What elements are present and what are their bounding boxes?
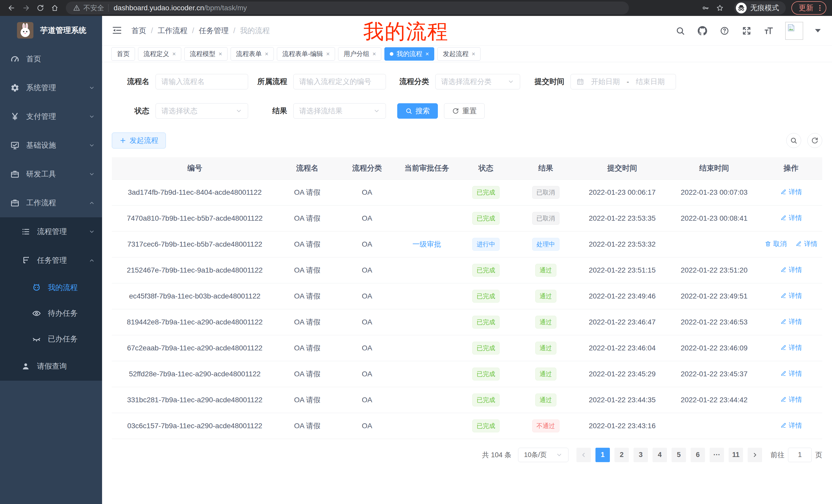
cell-submit-time: 2022-01-22 23:51:15 [576,257,669,283]
submit-time-range-picker[interactable]: 开始日期 - 结束日期 [571,74,676,89]
cell-submit-time: 2022-01-22 23:53:35 [576,205,669,231]
pager-page[interactable]: 5 [672,448,686,462]
category-select[interactable]: 请选择流程分类 [435,74,520,89]
browser-forward-button[interactable] [20,2,32,14]
sidebar-item-payment[interactable]: 支付管理 [0,102,102,131]
category-label: 流程分类 [395,77,429,87]
sidebar-item-task-mgmt[interactable]: 任务管理 [0,246,102,275]
cell-end-time: 2022-01-22 23:51:20 [669,257,760,283]
sidebar-item-devtools[interactable]: 研发工具 [0,160,102,189]
view-tab[interactable]: 我的流程 × [384,47,434,61]
detail-action[interactable]: 详情 [795,240,817,248]
pager-page[interactable]: 4 [653,448,667,462]
sidebar-item-workflow[interactable]: 工作流程 [0,189,102,217]
pager-page[interactable]: 11 [729,448,743,462]
detail-action[interactable]: 详情 [780,317,802,326]
sidebar-item-infra[interactable]: 基础设施 [0,131,102,160]
detail-action[interactable]: 详情 [780,214,802,222]
process-name-input[interactable] [161,78,242,86]
close-icon[interactable]: × [372,51,376,57]
close-icon[interactable]: × [471,51,475,57]
cell-process-id: 819442e8-7b9a-11ec-a290-acde48001122 [112,309,278,335]
breadcrumb-home[interactable]: 首页 [131,26,146,36]
close-icon[interactable]: × [265,51,268,57]
current-task-link[interactable]: 一级审批 [412,240,441,248]
status-badge: 已完成 [472,394,499,407]
sidebar-item-done-task[interactable]: 已办任务 [0,326,102,352]
font-size-button[interactable] [763,25,774,36]
close-icon[interactable]: × [218,51,222,57]
list-icon [21,227,30,236]
detail-action[interactable]: 详情 [780,421,802,430]
edit-icon [780,292,787,299]
sidebar-item-process-mgmt[interactable]: 流程管理 [0,217,102,246]
cancel-action[interactable]: 取消 [765,240,787,248]
result-select[interactable]: 请选择流结果 [293,103,386,119]
home-icon [51,4,59,12]
pager-page[interactable]: 2 [615,448,629,462]
view-tab[interactable]: 发起流程 × [437,47,480,61]
reset-button[interactable]: 重置 [444,103,485,119]
detail-action[interactable]: 详情 [780,369,802,378]
view-tab[interactable]: 流程模型 × [184,47,228,61]
help-button[interactable] [719,25,730,36]
address-bar[interactable]: 不安全 dashboard.yudao.iocoder.cn/bpm/task/… [66,2,629,15]
close-icon[interactable]: × [326,51,330,57]
page-size-select[interactable]: 10条/页 [518,448,569,462]
browser-back-button[interactable] [6,2,18,14]
toggle-search-button[interactable] [786,133,801,148]
breadcrumb-task-mgmt[interactable]: 任务管理 [199,26,229,36]
close-icon[interactable]: × [425,51,429,57]
detail-action[interactable]: 详情 [780,395,802,404]
avatar-caret-icon[interactable] [815,29,821,32]
breadcrumb-workflow[interactable]: 工作流程 [158,26,187,36]
sidebar-item-home[interactable]: 首页 [0,45,102,74]
gauge-icon [10,54,20,64]
refresh-table-button[interactable] [807,133,822,148]
next-page-button[interactable] [748,448,762,462]
result-badge: 通过 [535,394,556,407]
edit-icon [780,215,787,221]
status-select[interactable]: 请选择状态 [156,103,248,119]
col-category: 流程分类 [337,157,397,179]
pager-page[interactable]: 6 [691,448,705,462]
cell-process-name: OA 请假 [278,283,337,309]
sidebar-item-leave-query[interactable]: 请假查询 [0,352,102,381]
parent-process-input[interactable] [299,78,380,86]
fullscreen-button[interactable] [741,25,752,36]
view-tab[interactable]: 用户分组 × [338,47,381,61]
detail-action[interactable]: 详情 [780,291,802,300]
detail-action[interactable]: 详情 [780,343,802,352]
browser-update-button[interactable]: 更新 [791,1,826,15]
password-key-button[interactable] [700,2,711,14]
browser-reload-button[interactable] [34,2,46,14]
pager-page[interactable]: 1 [595,448,610,462]
menu-dots-icon [816,4,824,12]
prev-page-button[interactable] [576,448,591,462]
view-tab[interactable]: 首页 [111,47,135,61]
browser-home-button[interactable] [49,2,61,14]
sidebar-item-todo-task[interactable]: 待办任务 [0,301,102,326]
close-icon[interactable]: × [172,51,176,57]
github-button[interactable] [697,25,708,36]
view-tab[interactable]: 流程定义 × [138,47,181,61]
pager-page[interactable]: 3 [633,448,648,462]
status-badge: 已完成 [472,368,499,381]
detail-action[interactable]: 详情 [780,188,802,197]
search-button[interactable]: 搜索 [397,103,438,119]
cell-process-name: OA 请假 [278,309,337,335]
avatar[interactable] [785,22,803,40]
bookmark-star-button[interactable] [714,2,726,14]
header-search-button[interactable] [675,25,686,36]
view-tab[interactable]: 流程表单 × [231,47,274,61]
view-tab[interactable]: 流程表单-编辑 × [277,47,335,61]
search-icon [675,26,685,36]
sidebar-item-my-process[interactable]: 我的流程 [0,275,102,301]
sidebar-collapse-button[interactable] [111,25,123,36]
cell-process-id: 03c6c157-7b9a-11ec-a290-acde48001122 [112,413,278,439]
pager-ellipsis[interactable]: ··· [710,448,724,462]
goto-page-input[interactable] [788,448,812,462]
sidebar-item-system[interactable]: 系统管理 [0,74,102,102]
detail-action[interactable]: 详情 [780,265,802,274]
start-process-button[interactable]: 发起流程 [112,133,166,148]
